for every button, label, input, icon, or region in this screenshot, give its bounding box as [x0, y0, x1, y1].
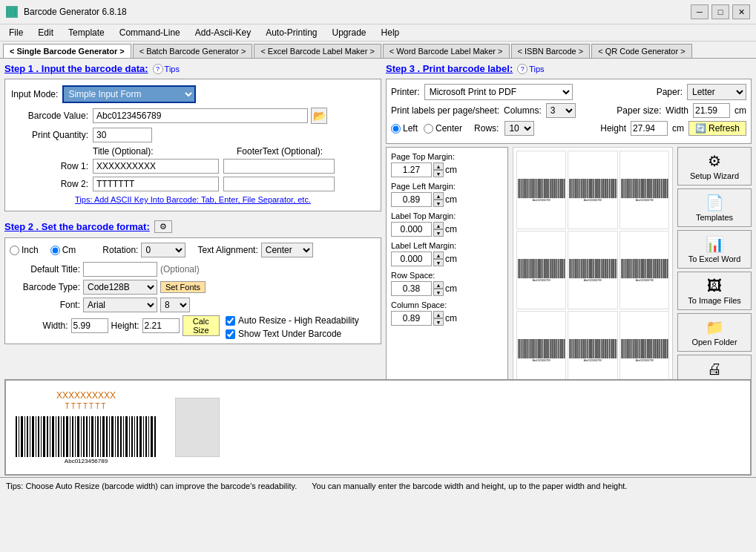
row-space-down-btn[interactable]: ▼	[433, 289, 444, 296]
rotation-select[interactable]: 090180270	[141, 243, 185, 257]
page-top-down-btn[interactable]: ▼	[433, 170, 444, 177]
tab-single-barcode[interactable]: < Single Barcode Generator >	[3, 44, 131, 58]
menu-auto-printing[interactable]: Auto-Printing	[260, 26, 323, 39]
svg-rect-272	[592, 259, 593, 278]
svg-rect-562	[63, 416, 65, 457]
page-top-up-btn[interactable]: ▲	[433, 162, 444, 170]
menu-edit[interactable]: Edit	[32, 26, 59, 39]
printer-select[interactable]: Microsoft Print to PDF	[424, 84, 573, 100]
svg-rect-524	[654, 339, 654, 358]
page-left-up-btn[interactable]: ▲	[433, 192, 444, 200]
tab-qr-code[interactable]: < QR Code Generator >	[591, 44, 691, 58]
menu-template[interactable]: Template	[62, 26, 111, 39]
svg-rect-592	[148, 416, 149, 457]
svg-rect-56	[560, 179, 561, 198]
barcode-value-input[interactable]: Abc0123456789	[93, 108, 308, 123]
col-space-down-btn[interactable]: ▼	[433, 318, 444, 326]
label-left-margin-input[interactable]: 0.000	[391, 252, 432, 266]
maximize-button[interactable]: □	[711, 4, 729, 19]
default-title-input[interactable]	[83, 262, 157, 277]
page-left-down-btn[interactable]: ▼	[433, 200, 444, 207]
barcode-settings-btn[interactable]: ⚙	[154, 220, 172, 233]
font-select[interactable]: Arial	[83, 298, 157, 312]
tab-excel-barcode[interactable]: < Excel Barcode Label Maker >	[254, 44, 381, 58]
tab-batch-barcode[interactable]: < Batch Barcode Generator >	[133, 44, 253, 58]
paper-select[interactable]: Letter	[687, 84, 746, 100]
font-size-select[interactable]: 8	[160, 298, 190, 312]
paper-height-input[interactable]: 27.94	[631, 121, 668, 136]
inch-radio[interactable]	[10, 246, 19, 255]
input-mode-select[interactable]: Simple Input Form	[62, 85, 196, 103]
page-left-margin-input[interactable]: 0.89	[391, 192, 432, 207]
left-radio[interactable]	[391, 124, 401, 134]
svg-rect-171	[659, 179, 660, 198]
row-space-up-btn[interactable]: ▲	[433, 281, 444, 289]
to-image-files-btn[interactable]: 🖼 To Image Files	[677, 272, 752, 310]
paper-width-input[interactable]: 21.59	[693, 103, 730, 118]
svg-rect-584	[125, 416, 128, 457]
svg-rect-271	[591, 259, 591, 278]
menu-file[interactable]: File	[3, 26, 29, 39]
tab-word-barcode[interactable]: < Word Barcode Label Maker >	[383, 44, 510, 58]
row2-footer-input[interactable]	[223, 177, 335, 191]
setup-wizard-btn[interactable]: ⚙ Setup Wizard	[677, 147, 752, 185]
step1-tips-text: Tips	[165, 65, 180, 73]
barcode-type-select[interactable]: Code128B	[83, 280, 157, 295]
svg-rect-290	[607, 259, 608, 278]
show-text-checkbox[interactable]	[226, 329, 235, 339]
center-radio-label[interactable]: Center	[424, 123, 462, 134]
row-space-input[interactable]: 0.38	[391, 281, 432, 296]
label-top-margin-input[interactable]: 0.000	[391, 222, 432, 237]
page-top-margin-input[interactable]: 1.27	[391, 162, 432, 177]
menu-add-ascii-key[interactable]: Add-Ascii-Key	[189, 26, 257, 39]
col-space-input[interactable]: 0.89	[391, 311, 432, 326]
rows-select[interactable]: 10	[504, 121, 534, 136]
col-space-up-btn[interactable]: ▲	[433, 311, 444, 318]
svg-rect-9	[522, 179, 522, 198]
svg-rect-76	[579, 179, 579, 198]
step1-tips-link[interactable]: ? Tips	[153, 64, 180, 74]
row1-title-input[interactable]: XXXXXXXXXX	[93, 159, 219, 174]
auto-resize-check-label[interactable]: Auto Resize - High Readability	[226, 315, 376, 326]
row1-footer-input[interactable]	[223, 159, 335, 174]
to-excel-word-btn[interactable]: 📊 To Excel Word	[677, 230, 752, 269]
tab-bar: < Single Barcode Generator > < Batch Bar…	[0, 42, 756, 59]
set-fonts-btn[interactable]: Set Fonts	[160, 281, 206, 293]
step3-tips-link[interactable]: ? Tips	[517, 64, 544, 74]
show-text-check-label[interactable]: Show Text Under Barcode	[226, 329, 376, 339]
close-button[interactable]: ✕	[732, 4, 750, 19]
auto-resize-checkbox[interactable]	[226, 316, 235, 326]
svg-rect-425	[570, 339, 571, 358]
label-left-up-btn[interactable]: ▲	[433, 252, 444, 259]
browse-button[interactable]: 📂	[311, 108, 327, 124]
svg-rect-235	[559, 259, 560, 278]
left-radio-label[interactable]: Left	[391, 123, 418, 134]
tab-isbn-barcode[interactable]: < ISBN Barcode >	[511, 44, 591, 58]
cm-radio-label[interactable]: Cm	[50, 245, 76, 255]
menu-upgrade[interactable]: Upgrade	[326, 26, 372, 39]
height-input[interactable]: 2.21	[142, 318, 180, 333]
label-top-down-btn[interactable]: ▼	[433, 229, 444, 237]
templates-btn[interactable]: 📄 Templates	[677, 188, 752, 227]
label-top-up-btn[interactable]: ▲	[433, 222, 444, 229]
menu-command-line[interactable]: Command-Line	[114, 26, 186, 39]
open-folder-btn[interactable]: 📁 Open Folder	[677, 313, 752, 352]
minimize-button[interactable]: ─	[691, 4, 709, 19]
columns-select[interactable]: 3	[546, 103, 576, 118]
row2-title-input[interactable]: TTTTTTT	[93, 177, 219, 191]
refresh-btn[interactable]: 🔄 Refresh	[688, 121, 746, 136]
bottom-title: XXXXXXXXXX	[56, 390, 116, 401]
svg-rect-160	[650, 179, 651, 198]
width-input[interactable]: 5.99	[71, 318, 108, 333]
svg-rect-506	[638, 339, 639, 358]
svg-rect-195	[526, 259, 527, 278]
text-align-select[interactable]: CenterLeftRight	[261, 243, 313, 257]
center-radio[interactable]	[424, 124, 433, 134]
cm-radio[interactable]	[50, 246, 60, 255]
print-qty-input[interactable]: 30	[93, 128, 152, 142]
label-left-down-btn[interactable]: ▼	[433, 259, 444, 266]
menu-help[interactable]: Help	[375, 26, 406, 39]
ascii-tips-link[interactable]: Tips: Add ASCII Key Into Barcode: Tab, E…	[75, 195, 311, 204]
inch-radio-label[interactable]: Inch	[10, 245, 39, 255]
calc-size-btn[interactable]: Calc Size	[183, 315, 220, 336]
